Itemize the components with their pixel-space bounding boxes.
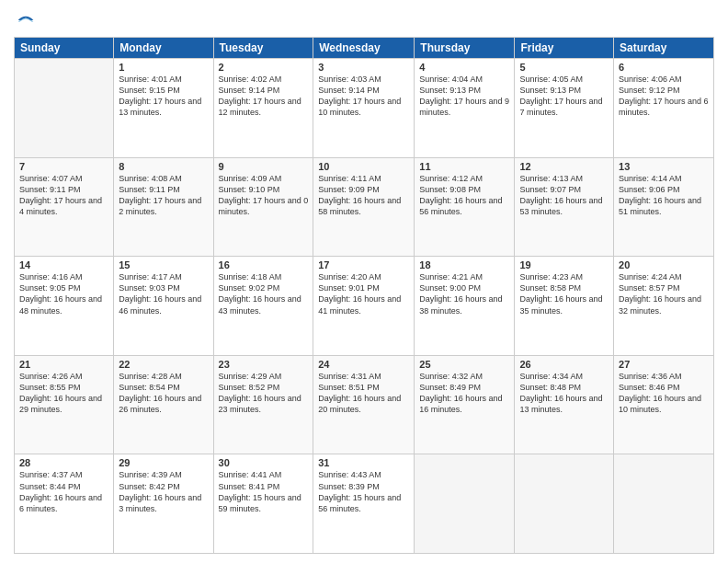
day-number: 2 (219, 62, 309, 73)
day-info: Sunrise: 4:28 AM Sunset: 8:54 PM Dayligh… (119, 371, 208, 416)
day-info: Sunrise: 4:11 AM Sunset: 9:09 PM Dayligh… (318, 173, 409, 218)
day-number: 24 (318, 359, 409, 370)
col-wednesday: Wednesday (313, 38, 415, 59)
col-thursday: Thursday (415, 38, 515, 59)
day-info: Sunrise: 4:31 AM Sunset: 8:51 PM Dayligh… (318, 371, 409, 416)
calendar-week-row: 21Sunrise: 4:26 AM Sunset: 8:55 PM Dayli… (15, 355, 714, 454)
day-number: 5 (519, 62, 609, 73)
day-number: 30 (219, 457, 309, 468)
logo-text (14, 9, 35, 29)
day-number: 14 (19, 259, 108, 270)
day-info: Sunrise: 4:43 AM Sunset: 8:39 PM Dayligh… (318, 469, 409, 514)
header (14, 9, 714, 29)
calendar-week-row: 14Sunrise: 4:16 AM Sunset: 9:05 PM Dayli… (15, 257, 714, 356)
day-info: Sunrise: 4:01 AM Sunset: 9:15 PM Dayligh… (119, 74, 208, 119)
day-info: Sunrise: 4:32 AM Sunset: 8:49 PM Dayligh… (419, 371, 509, 416)
calendar-cell: 9Sunrise: 4:09 AM Sunset: 9:10 PM Daylig… (213, 157, 313, 257)
calendar-cell: 31Sunrise: 4:43 AM Sunset: 8:39 PM Dayli… (313, 454, 415, 554)
calendar-cell: 22Sunrise: 4:28 AM Sunset: 8:54 PM Dayli… (114, 355, 213, 454)
calendar-cell: 14Sunrise: 4:16 AM Sunset: 9:05 PM Dayli… (15, 257, 114, 356)
day-number: 12 (519, 161, 609, 172)
day-info: Sunrise: 4:06 AM Sunset: 9:12 PM Dayligh… (619, 74, 709, 119)
day-info: Sunrise: 4:16 AM Sunset: 9:05 PM Dayligh… (19, 271, 108, 316)
calendar-cell: 19Sunrise: 4:23 AM Sunset: 8:58 PM Dayli… (515, 257, 614, 356)
day-info: Sunrise: 4:36 AM Sunset: 8:46 PM Dayligh… (619, 371, 709, 416)
day-number: 20 (619, 259, 709, 270)
calendar-header-row: Sunday Monday Tuesday Wednesday Thursday… (15, 38, 714, 59)
day-number: 15 (119, 259, 208, 270)
day-info: Sunrise: 4:07 AM Sunset: 9:11 PM Dayligh… (19, 173, 108, 218)
calendar-cell: 11Sunrise: 4:12 AM Sunset: 9:08 PM Dayli… (415, 157, 515, 257)
logo (14, 9, 35, 29)
calendar-cell: 7Sunrise: 4:07 AM Sunset: 9:11 PM Daylig… (15, 157, 114, 257)
day-info: Sunrise: 4:12 AM Sunset: 9:08 PM Dayligh… (419, 173, 509, 218)
calendar-cell: 8Sunrise: 4:08 AM Sunset: 9:11 PM Daylig… (114, 157, 213, 257)
day-number: 19 (519, 259, 609, 270)
calendar-cell: 15Sunrise: 4:17 AM Sunset: 9:03 PM Dayli… (114, 257, 213, 356)
day-info: Sunrise: 4:05 AM Sunset: 9:13 PM Dayligh… (519, 74, 609, 119)
day-number: 8 (119, 161, 208, 172)
day-number: 10 (318, 161, 409, 172)
day-number: 28 (19, 457, 108, 468)
day-info: Sunrise: 4:39 AM Sunset: 8:42 PM Dayligh… (119, 469, 208, 514)
calendar-cell: 10Sunrise: 4:11 AM Sunset: 9:09 PM Dayli… (313, 157, 415, 257)
day-info: Sunrise: 4:17 AM Sunset: 9:03 PM Dayligh… (119, 271, 208, 316)
calendar-cell: 2Sunrise: 4:02 AM Sunset: 9:14 PM Daylig… (213, 59, 313, 158)
day-number: 17 (318, 259, 409, 270)
day-info: Sunrise: 4:20 AM Sunset: 9:01 PM Dayligh… (318, 271, 409, 316)
day-number: 13 (619, 161, 709, 172)
page: Sunday Monday Tuesday Wednesday Thursday… (0, 0, 728, 563)
day-info: Sunrise: 4:02 AM Sunset: 9:14 PM Dayligh… (219, 74, 309, 119)
day-number: 3 (318, 62, 409, 73)
day-info: Sunrise: 4:09 AM Sunset: 9:10 PM Dayligh… (219, 173, 309, 218)
day-info: Sunrise: 4:18 AM Sunset: 9:02 PM Dayligh… (219, 271, 309, 316)
calendar-cell: 17Sunrise: 4:20 AM Sunset: 9:01 PM Dayli… (313, 257, 415, 356)
day-number: 18 (419, 259, 509, 270)
day-number: 9 (219, 161, 309, 172)
calendar-cell (614, 454, 714, 554)
calendar-cell (15, 59, 114, 158)
day-number: 21 (19, 359, 108, 370)
day-info: Sunrise: 4:08 AM Sunset: 9:11 PM Dayligh… (119, 173, 208, 218)
calendar-table: Sunday Monday Tuesday Wednesday Thursday… (14, 37, 714, 554)
col-monday: Monday (114, 38, 213, 59)
calendar-cell: 28Sunrise: 4:37 AM Sunset: 8:44 PM Dayli… (15, 454, 114, 554)
day-info: Sunrise: 4:24 AM Sunset: 8:57 PM Dayligh… (619, 271, 709, 316)
col-friday: Friday (515, 38, 614, 59)
calendar-cell: 4Sunrise: 4:04 AM Sunset: 9:13 PM Daylig… (415, 59, 515, 158)
col-tuesday: Tuesday (213, 38, 313, 59)
calendar-cell: 16Sunrise: 4:18 AM Sunset: 9:02 PM Dayli… (213, 257, 313, 356)
calendar-cell: 25Sunrise: 4:32 AM Sunset: 8:49 PM Dayli… (415, 355, 515, 454)
day-number: 6 (619, 62, 709, 73)
logo-icon (17, 11, 35, 29)
day-info: Sunrise: 4:37 AM Sunset: 8:44 PM Dayligh… (19, 469, 108, 514)
day-number: 25 (419, 359, 509, 370)
calendar-cell: 29Sunrise: 4:39 AM Sunset: 8:42 PM Dayli… (114, 454, 213, 554)
calendar-cell: 3Sunrise: 4:03 AM Sunset: 9:14 PM Daylig… (313, 59, 415, 158)
calendar-cell: 30Sunrise: 4:41 AM Sunset: 8:41 PM Dayli… (213, 454, 313, 554)
day-info: Sunrise: 4:04 AM Sunset: 9:13 PM Dayligh… (419, 74, 509, 119)
calendar-cell (515, 454, 614, 554)
day-number: 23 (219, 359, 309, 370)
calendar-cell: 21Sunrise: 4:26 AM Sunset: 8:55 PM Dayli… (15, 355, 114, 454)
day-number: 7 (19, 161, 108, 172)
calendar-cell: 1Sunrise: 4:01 AM Sunset: 9:15 PM Daylig… (114, 59, 213, 158)
calendar-cell: 12Sunrise: 4:13 AM Sunset: 9:07 PM Dayli… (515, 157, 614, 257)
calendar-cell: 6Sunrise: 4:06 AM Sunset: 9:12 PM Daylig… (614, 59, 714, 158)
day-info: Sunrise: 4:21 AM Sunset: 9:00 PM Dayligh… (419, 271, 509, 316)
day-number: 16 (219, 259, 309, 270)
day-info: Sunrise: 4:34 AM Sunset: 8:48 PM Dayligh… (519, 371, 609, 416)
day-number: 29 (119, 457, 208, 468)
day-info: Sunrise: 4:26 AM Sunset: 8:55 PM Dayligh… (19, 371, 108, 416)
day-number: 22 (119, 359, 208, 370)
col-saturday: Saturday (614, 38, 714, 59)
calendar-cell: 5Sunrise: 4:05 AM Sunset: 9:13 PM Daylig… (515, 59, 614, 158)
calendar-cell: 27Sunrise: 4:36 AM Sunset: 8:46 PM Dayli… (614, 355, 714, 454)
calendar-week-row: 28Sunrise: 4:37 AM Sunset: 8:44 PM Dayli… (15, 454, 714, 554)
calendar-cell: 13Sunrise: 4:14 AM Sunset: 9:06 PM Dayli… (614, 157, 714, 257)
day-number: 4 (419, 62, 509, 73)
day-number: 26 (519, 359, 609, 370)
day-info: Sunrise: 4:29 AM Sunset: 8:52 PM Dayligh… (219, 371, 309, 416)
calendar-cell: 20Sunrise: 4:24 AM Sunset: 8:57 PM Dayli… (614, 257, 714, 356)
day-number: 27 (619, 359, 709, 370)
